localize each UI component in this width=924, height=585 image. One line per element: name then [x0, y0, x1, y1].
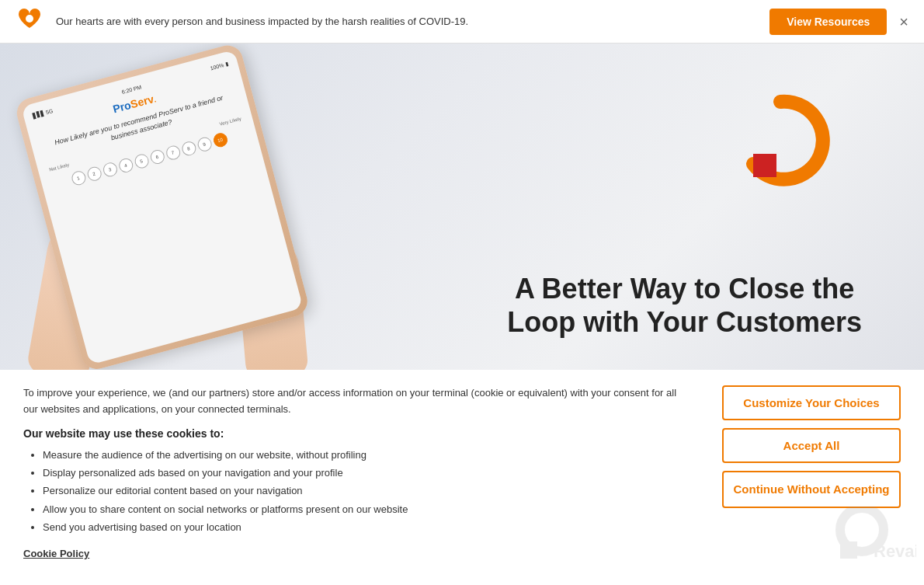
hero-section: ▋▋▋ 5G 6:20 PM 100% ▮ ProServ. How Likel… [0, 44, 924, 370]
brand-logo [730, 90, 831, 194]
banner-message: Our hearts are with every person and bus… [56, 16, 468, 27]
list-item: Measure the audience of the advertising … [43, 446, 668, 464]
banner-left: Our hearts are with every person and bus… [16, 5, 468, 38]
continue-without-accepting-button[interactable]: Continue Without Accepting [722, 471, 901, 508]
view-resources-button[interactable]: View Resources [769, 9, 887, 35]
cookie-description: To improve your experience, we (and our … [23, 385, 683, 418]
scale-item-3: 3 [102, 162, 119, 179]
hero-headline: A Better Way to Close the Loop with Your… [507, 272, 862, 339]
scale-label-right: Very Likely [219, 117, 242, 127]
hero-text: A Better Way to Close the Loop with Your… [507, 272, 862, 339]
scale-item-8: 8 [180, 140, 197, 157]
scale-item-6: 6 [148, 148, 165, 165]
banner-actions: View Resources × [769, 9, 908, 35]
cookie-consent-area: To improve your experience, we (and our … [0, 370, 924, 576]
revain-watermark: Revain [823, 507, 916, 572]
list-item: Display personalized ads based on your n… [43, 464, 668, 482]
scale-item-7: 7 [165, 145, 182, 162]
svg-rect-1 [753, 154, 776, 177]
svg-rect-3 [840, 541, 857, 559]
scale-item-5: 5 [133, 153, 150, 170]
scale-item-2: 2 [85, 165, 102, 183]
list-item: Allow you to share content on social net… [43, 500, 668, 518]
accept-all-button[interactable]: Accept All [722, 428, 901, 463]
battery-icon: 100% ▮ [210, 61, 229, 72]
signal-icon: ▋▋▋ 5G [33, 108, 54, 120]
top-banner: Our hearts are with every person and bus… [0, 0, 924, 44]
cookie-policy-link[interactable]: Cookie Policy [23, 548, 89, 559]
scale-label-left: Not Likely [49, 162, 70, 172]
scale-item-4: 4 [117, 157, 134, 174]
heart-logo-icon [16, 5, 43, 38]
svg-text:Revain: Revain [874, 541, 916, 561]
cookie-uses-list: Measure the audience of the advertising … [23, 446, 668, 537]
customize-choices-button[interactable]: Customize Your Choices [722, 385, 901, 420]
scale-item-10: 10 [212, 132, 229, 149]
hero-headline-line2: Loop with Your Customers [507, 306, 862, 338]
scale-item-1: 1 [70, 169, 87, 186]
hero-headline-line1: A Better Way to Close the [515, 273, 854, 305]
list-item: Send you advertising based on your locat… [43, 518, 668, 536]
scale-item-9: 9 [196, 136, 213, 153]
svg-point-0 [26, 15, 33, 23]
cookie-actions: Customize Your Choices Accept All Contin… [722, 385, 901, 508]
banner-close-button[interactable]: × [899, 14, 908, 30]
list-item: Personalize our editorial content based … [43, 482, 668, 500]
time-display: 6:20 PM [121, 84, 142, 95]
